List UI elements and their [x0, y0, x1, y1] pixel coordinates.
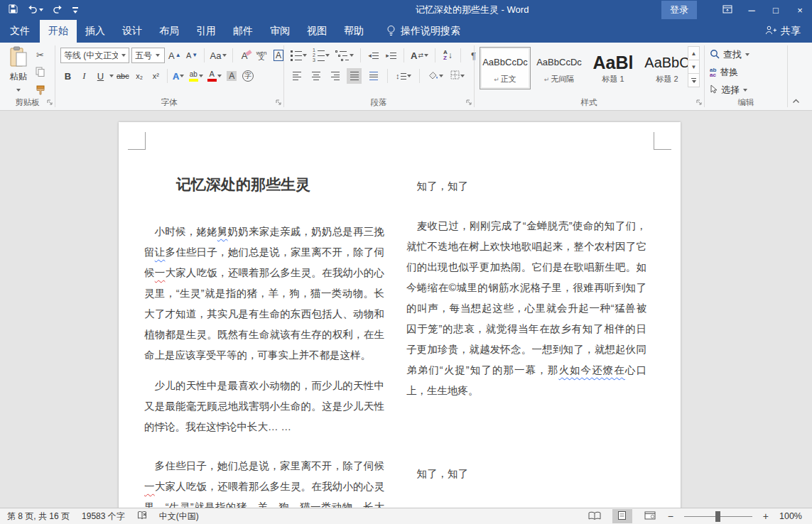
ribbon-display-options-button[interactable]: [715, 0, 740, 20]
superscript-button[interactable]: x²: [148, 68, 163, 84]
save-button[interactable]: [9, 4, 18, 16]
tab-home[interactable]: 开始: [40, 20, 77, 43]
style-normal[interactable]: AaBbCcDc ↵正文: [480, 47, 531, 89]
grow-font-button[interactable]: A▲: [167, 48, 183, 63]
paragraph-group-label: 段落: [283, 97, 474, 108]
tab-design[interactable]: 设计: [114, 20, 151, 43]
enclose-characters-button[interactable]: 字: [241, 68, 256, 84]
zoom-slider-thumb[interactable]: [715, 511, 720, 522]
underline-caret[interactable]: [109, 75, 114, 77]
paste-button[interactable]: 粘贴: [4, 46, 33, 94]
word-count[interactable]: 19583 个字: [82, 511, 125, 523]
sort-button[interactable]: AZ↓: [440, 48, 455, 63]
zoom-slider[interactable]: [684, 516, 752, 517]
minimize-button[interactable]: ─: [740, 0, 764, 20]
ribbon-display-options-icon: [722, 5, 732, 16]
collapse-ribbon-button[interactable]: [792, 95, 800, 106]
tab-mailings[interactable]: 邮件: [224, 20, 261, 43]
align-left-button[interactable]: [289, 68, 304, 84]
italic-button[interactable]: I: [77, 68, 92, 84]
highlight-color-button[interactable]: ab: [188, 68, 205, 84]
tab-file[interactable]: 文件: [0, 20, 40, 43]
decrease-indent-button[interactable]: ◂: [366, 48, 381, 63]
font-group-label: 字体: [55, 97, 283, 108]
find-button[interactable]: 查找: [710, 47, 749, 62]
justify-button[interactable]: [347, 68, 362, 84]
asian-layout-button[interactable]: A⇄: [409, 48, 430, 63]
document-workspace[interactable]: 记忆深处的那些生灵小时候，姥姥舅奶奶来家走亲戚，奶奶总是再三挽留让多住些日子，她…: [0, 111, 812, 508]
clear-formatting-button[interactable]: A: [237, 48, 252, 63]
redo-button[interactable]: [53, 4, 63, 16]
underline-button[interactable]: U: [93, 68, 108, 84]
style-no-spacing[interactable]: AaBbCcDc ↵无间隔: [534, 47, 585, 89]
read-mode-button[interactable]: [585, 509, 605, 523]
zoom-level[interactable]: 100%: [776, 511, 802, 521]
tab-review[interactable]: 审阅: [261, 20, 298, 43]
character-shading-button[interactable]: A: [224, 68, 239, 84]
phonetic-guide-button[interactable]: wén文: [254, 48, 269, 63]
print-layout-button[interactable]: [612, 509, 632, 523]
document-page[interactable]: 记忆深处的那些生灵小时候，姥姥舅奶奶来家走亲戚，奶奶总是再三挽留让多住些日子，她…: [119, 122, 681, 508]
tab-view[interactable]: 视图: [298, 20, 335, 43]
cut-button[interactable]: ✂: [36, 50, 44, 60]
style-scroll-down-button[interactable]: ▼: [688, 60, 700, 74]
right-column[interactable]: 知了，知了麦收已过，刚刚完成了“金蝉脱壳”使命的知了们，就忙不迭地在树上欢快地歌…: [406, 165, 646, 508]
login-button[interactable]: 登录: [661, 1, 697, 19]
increase-indent-button[interactable]: ▸: [384, 48, 399, 63]
style-scroll-up-button[interactable]: ▲: [688, 46, 700, 60]
style-preview: AaBbCcDc: [480, 53, 530, 72]
bullets-button[interactable]: [289, 48, 308, 63]
tell-me-search[interactable]: 操作说明搜索: [381, 20, 466, 43]
line-spacing-button[interactable]: ↕: [394, 68, 413, 84]
proofing-icon[interactable]: [137, 511, 147, 522]
tab-help[interactable]: 帮助: [335, 20, 372, 43]
zoom-in-button[interactable]: +: [763, 511, 769, 522]
separator: [460, 48, 461, 62]
text-effects-button[interactable]: A: [171, 68, 186, 84]
subscript-button[interactable]: x₂: [132, 68, 147, 84]
align-center-button[interactable]: [308, 68, 323, 84]
numbering-button[interactable]: 123: [311, 48, 331, 63]
format-painter-button[interactable]: [36, 85, 45, 97]
replace-icon: abac: [710, 67, 716, 77]
tab-insert[interactable]: 插入: [77, 20, 114, 43]
page-indicator[interactable]: 第 8 页, 共 16 页: [7, 511, 70, 523]
shading-button[interactable]: [426, 68, 445, 84]
borders-button[interactable]: [449, 68, 466, 84]
share-button[interactable]: 共享: [754, 20, 812, 43]
align-right-button[interactable]: [327, 68, 342, 84]
style-gallery-more-button[interactable]: [688, 73, 700, 87]
font-color-button[interactable]: A: [206, 68, 223, 84]
style-heading2[interactable]: AaBbC 标题 2: [642, 47, 693, 89]
font-name-combo[interactable]: 等线 (中文正文: [60, 48, 129, 63]
style-name: 标题 1: [588, 74, 638, 84]
tab-layout[interactable]: 布局: [151, 20, 188, 43]
clipboard-group: 粘贴 ✂ 剪贴板: [0, 43, 55, 110]
replace-button[interactable]: abac 替换: [710, 65, 738, 80]
shrink-font-button[interactable]: A▼: [185, 48, 200, 63]
group-separator: [787, 45, 788, 107]
zoom-out-button[interactable]: −: [668, 511, 673, 522]
paragraph-spacer: [406, 411, 646, 461]
font-size-combo[interactable]: 五号: [131, 48, 165, 63]
maximize-button[interactable]: □: [764, 0, 788, 20]
tab-references[interactable]: 引用: [188, 20, 224, 43]
paragraph-group: 123 ◂ ▸ A⇄ AZ↓ ¶ ↕: [283, 43, 474, 110]
close-button[interactable]: ×: [788, 0, 812, 20]
bold-button[interactable]: B: [60, 68, 75, 84]
clear-formatting-icon: A: [242, 50, 248, 61]
styles-group: AaBbCcDc ↵正文 AaBbCcDc ↵无间隔 AaBl 标题 1 AaB…: [474, 43, 704, 110]
change-case-button[interactable]: Aa: [209, 48, 228, 63]
strikethrough-button[interactable]: abc: [115, 68, 131, 84]
distributed-button[interactable]: [366, 68, 381, 84]
customize-qat-button[interactable]: [72, 7, 78, 13]
language-indicator[interactable]: 中文(中国): [159, 511, 199, 523]
copy-button[interactable]: [36, 67, 45, 79]
select-button[interactable]: 选择: [710, 82, 747, 98]
web-layout-button[interactable]: [640, 509, 660, 523]
left-column[interactable]: 记忆深处的那些生灵小时候，姥姥舅奶奶来家走亲戚，奶奶总是再三挽留让多住些日子，她…: [144, 165, 384, 508]
multilevel-list-button[interactable]: [334, 48, 355, 63]
undo-icon: [27, 4, 38, 16]
undo-button[interactable]: [27, 4, 43, 16]
style-heading1[interactable]: AaBl 标题 1: [588, 47, 639, 89]
